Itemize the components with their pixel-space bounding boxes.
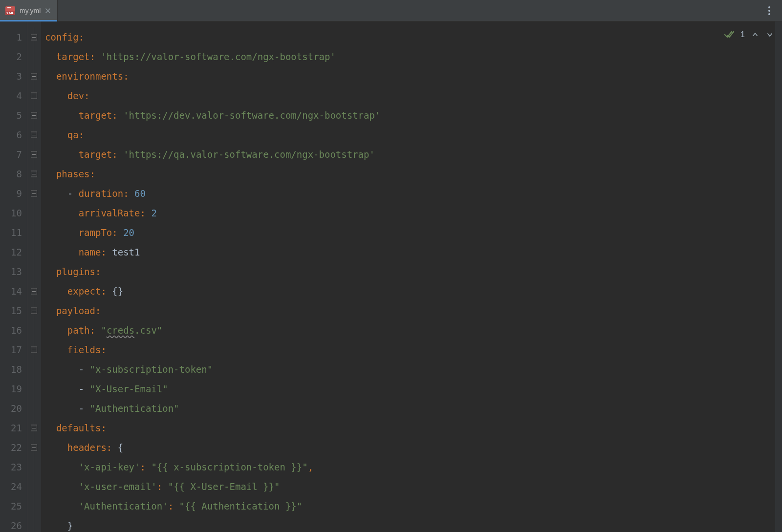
- code-line[interactable]: headers: {: [45, 438, 782, 457]
- scrollbar-rail[interactable]: [775, 21, 782, 532]
- line-number: 26: [0, 516, 22, 532]
- code-line[interactable]: config:: [45, 27, 782, 47]
- code-token: arrivalRate: [79, 208, 140, 218]
- code-line[interactable]: dev:: [45, 86, 782, 106]
- inspections-widget[interactable]: 1: [724, 30, 774, 39]
- line-number: 9: [0, 184, 22, 203]
- code-token: [45, 462, 79, 472]
- fold-cell: [27, 496, 41, 516]
- fold-toggle[interactable]: [31, 93, 37, 99]
- fold-toggle[interactable]: [31, 171, 37, 177]
- fold-cell: [27, 418, 41, 438]
- code-token: fields: [67, 344, 101, 355]
- fold-gutter[interactable]: [27, 21, 41, 532]
- code-line[interactable]: - duration: 60: [45, 184, 782, 203]
- code-token: "{{ Authentication }}": [179, 501, 303, 511]
- code-line[interactable]: }: [45, 516, 782, 532]
- line-number: 21: [0, 418, 22, 438]
- code-line[interactable]: arrivalRate: 2: [45, 203, 782, 223]
- code-token: duration: [79, 188, 124, 199]
- code-line[interactable]: - "x-subscription-token": [45, 360, 782, 379]
- code-token: "{{ X-User-Email }}": [168, 481, 280, 492]
- code-token: headers: [67, 442, 107, 453]
- line-number: 12: [0, 242, 22, 262]
- code-token: :: [90, 169, 95, 179]
- code-token: target: [56, 51, 90, 62]
- code-line[interactable]: qa:: [45, 125, 782, 145]
- fold-toggle[interactable]: [31, 288, 37, 295]
- fold-toggle[interactable]: [31, 308, 37, 314]
- file-tab-label: my.yml: [20, 7, 41, 15]
- code-line[interactable]: rampTo: 20: [45, 223, 782, 242]
- code-token: :: [101, 247, 112, 257]
- code-token: dev: [67, 90, 84, 101]
- fold-cell: [27, 27, 41, 47]
- tabbar-actions: [762, 0, 782, 21]
- fold-toggle[interactable]: [31, 151, 37, 158]
- fold-cell: [27, 301, 41, 320]
- fold-toggle[interactable]: [31, 445, 37, 451]
- code-token: [45, 325, 67, 336]
- code-area[interactable]: config: target: 'https://valor-software.…: [41, 21, 782, 532]
- code-line[interactable]: payload:: [45, 301, 782, 320]
- code-line[interactable]: 'x-api-key': "{{ x-subscription-token }}…: [45, 457, 782, 477]
- code-line[interactable]: expect: {}: [45, 281, 782, 301]
- fold-toggle[interactable]: [31, 191, 37, 197]
- code-line[interactable]: fields:: [45, 340, 782, 360]
- code-line[interactable]: - "Authentication": [45, 399, 782, 418]
- fold-cell: [27, 184, 41, 203]
- code-line[interactable]: environments:: [45, 66, 782, 86]
- file-tab-my-yml[interactable]: YML my.yml: [0, 0, 58, 21]
- code-token: 'Authentication': [79, 501, 168, 511]
- code-token: [45, 90, 67, 101]
- code-token: :: [95, 266, 101, 277]
- line-number: 20: [0, 399, 22, 418]
- code-token: [45, 266, 56, 277]
- code-token: 20: [123, 227, 134, 238]
- code-token: [45, 501, 79, 511]
- code-token: 'x-api-key': [79, 462, 140, 472]
- code-token: [45, 286, 67, 297]
- more-actions-button[interactable]: [762, 4, 776, 18]
- code-line[interactable]: 'x-user-email': "{{ X-User-Email }}": [45, 477, 782, 496]
- fold-toggle[interactable]: [31, 425, 37, 431]
- inspection-ok-icon: [724, 30, 735, 39]
- fold-toggle[interactable]: [31, 132, 37, 138]
- prev-highlight-button[interactable]: [751, 31, 760, 38]
- code-line[interactable]: defaults:: [45, 418, 782, 438]
- code-editor[interactable]: 1234567891011121314151617181920212223242…: [0, 21, 782, 532]
- code-token: qa: [67, 129, 79, 140]
- fold-toggle[interactable]: [31, 112, 37, 119]
- close-tab-button[interactable]: [44, 7, 51, 14]
- code-line[interactable]: phases:: [45, 164, 782, 184]
- code-line[interactable]: target: 'https://valor-software.com/ngx-…: [45, 47, 782, 66]
- code-token: [45, 149, 79, 160]
- code-line[interactable]: 'Authentication': "{{ Authentication }}": [45, 496, 782, 516]
- code-token: ": [101, 325, 106, 336]
- code-line[interactable]: - "X-User-Email": [45, 379, 782, 399]
- fold-cell: [27, 203, 41, 223]
- line-number: 14: [0, 281, 22, 301]
- code-line[interactable]: plugins:: [45, 262, 782, 281]
- code-token: [45, 481, 79, 492]
- line-number: 18: [0, 360, 22, 379]
- fold-cell: [27, 223, 41, 242]
- fold-toggle[interactable]: [31, 73, 37, 80]
- inspection-count: 1: [740, 30, 745, 39]
- code-line[interactable]: target: 'https://qa.valor-software.com/n…: [45, 145, 782, 164]
- next-highlight-button[interactable]: [765, 31, 774, 38]
- code-line[interactable]: path: "creds.csv": [45, 320, 782, 340]
- code-token: creds: [107, 325, 134, 336]
- code-token: rampTo: [79, 227, 112, 238]
- code-token: [45, 383, 79, 394]
- fold-toggle[interactable]: [31, 34, 37, 41]
- code-token: defaults: [56, 423, 101, 433]
- fold-cell: [27, 145, 41, 164]
- code-line[interactable]: target: 'https://dev.valor-software.com/…: [45, 106, 782, 125]
- fold-cell: [27, 379, 41, 399]
- code-token: environments: [56, 71, 123, 82]
- line-number: 25: [0, 496, 22, 516]
- fold-toggle[interactable]: [31, 347, 37, 353]
- code-token: "{{ x-subscription-token }}": [151, 462, 307, 472]
- code-line[interactable]: name: test1: [45, 242, 782, 262]
